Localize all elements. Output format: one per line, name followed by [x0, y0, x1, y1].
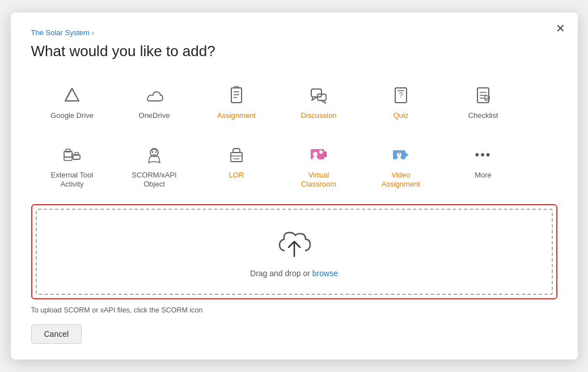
more-item[interactable]: ••• More — [442, 136, 524, 195]
svg-text:?: ? — [399, 91, 403, 99]
video-assignment-label: VideoAssignment — [382, 171, 420, 190]
add-content-dialog: The Solar System › What would you like t… — [11, 12, 578, 360]
quiz-icon: ? — [391, 84, 411, 107]
svg-rect-7 — [311, 89, 322, 97]
checklist-icon — [473, 84, 493, 107]
svg-point-33 — [319, 150, 323, 154]
onedrive-item[interactable]: OneDrive — [113, 76, 196, 125]
dropzone-container: Drag and drop or browse — [31, 204, 557, 299]
svg-rect-20 — [75, 153, 78, 155]
quiz-item[interactable]: ? Quiz — [360, 76, 442, 125]
svg-rect-18 — [66, 149, 70, 152]
video-assignment-item[interactable]: VideoAssignment — [360, 136, 442, 195]
svg-line-1 — [67, 88, 72, 98]
lor-item[interactable]: LOR — [196, 136, 278, 195]
external-tool-item[interactable]: External ToolActivity — [31, 136, 113, 195]
lor-label: LOR — [229, 171, 244, 180]
close-button[interactable]: ✕ — [556, 23, 565, 34]
svg-rect-34 — [324, 151, 327, 157]
dropzone-text: Drag and drop or browse — [250, 269, 338, 278]
quiz-label: Quiz — [394, 111, 409, 121]
scorm-note: To upload SCORM or xAPI files, click the… — [31, 306, 557, 314]
google-drive-label: Google Drive — [50, 111, 94, 121]
dialog-title: What would you like to add? — [31, 43, 557, 60]
virtual-classroom-label: VirtualClassroom — [301, 171, 336, 190]
external-tool-icon — [62, 143, 82, 166]
svg-rect-28 — [231, 153, 242, 162]
svg-point-26 — [152, 151, 154, 153]
discussion-label: Discussion — [301, 111, 337, 121]
virtual-classroom-icon — [308, 143, 329, 166]
scorm-label: SCORM/xAPIObject — [132, 171, 176, 190]
more-label: More — [475, 171, 492, 180]
breadcrumb[interactable]: The Solar System › — [31, 28, 557, 37]
svg-rect-3 — [231, 88, 242, 103]
items-row-1: Google Drive OneDrive Assi — [31, 76, 557, 125]
svg-rect-39 — [399, 154, 400, 155]
virtual-classroom-item[interactable]: VirtualClassroom — [278, 136, 360, 195]
external-tool-label: External ToolActivity — [51, 171, 94, 190]
breadcrumb-link[interactable]: The Solar System — [31, 28, 90, 37]
google-drive-item[interactable]: Google Drive — [31, 76, 113, 125]
breadcrumb-arrow: › — [92, 28, 94, 37]
dropzone[interactable]: Drag and drop or browse — [36, 209, 553, 295]
assignment-label: Assignment — [217, 111, 256, 121]
checklist-item[interactable]: Checklist — [442, 76, 524, 125]
svg-marker-36 — [405, 153, 409, 157]
lor-icon — [226, 143, 247, 166]
browse-link[interactable]: browse — [312, 269, 338, 278]
checklist-label: Checklist — [468, 111, 498, 121]
items-row-2: External ToolActivity SCORM/xAPIObject — [31, 136, 557, 195]
onedrive-icon — [144, 84, 164, 107]
svg-point-27 — [155, 151, 157, 153]
video-assignment-icon — [391, 143, 411, 166]
discussion-item[interactable]: Discussion — [278, 76, 360, 125]
svg-marker-0 — [65, 88, 79, 101]
cancel-button[interactable]: Cancel — [31, 324, 82, 344]
upload-cloud-icon — [276, 228, 312, 264]
onedrive-label: OneDrive — [139, 111, 170, 121]
scorm-item[interactable]: SCORM/xAPIObject — [113, 136, 196, 195]
assignment-item[interactable]: Assignment — [196, 76, 278, 125]
discussion-icon — [308, 84, 329, 107]
google-drive-icon — [62, 84, 82, 107]
assignment-icon — [226, 84, 247, 107]
scorm-icon — [144, 143, 164, 166]
more-icon: ••• — [475, 143, 491, 166]
svg-point-32 — [313, 152, 318, 157]
